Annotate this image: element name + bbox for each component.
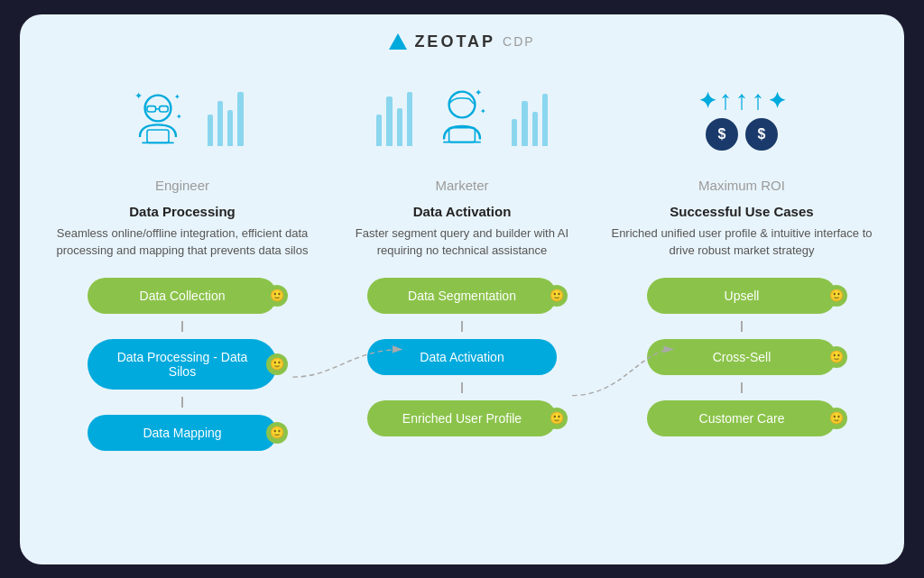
engineer-label: Engineer	[155, 178, 209, 193]
node-customer-care: Customer Care 🙂	[647, 400, 836, 436]
connector-1	[181, 321, 183, 332]
smiley-3: 🙂	[266, 422, 288, 444]
connector-3	[461, 321, 463, 332]
node-data-processing: Data Processing - Data Silos 🙂	[88, 339, 277, 390]
columns-wrapper: ✦ ✦ ✦ Engineer D	[47, 69, 877, 451]
marketer-section-desc: Faster segment query and builder with AI…	[327, 225, 597, 260]
logo-text: ZEOTAP	[414, 32, 495, 51]
column-marketer: ✦ ✦ Marketer	[327, 69, 597, 451]
svg-rect-1	[147, 106, 156, 111]
connector-2	[181, 397, 183, 408]
dollar-icon-1: $	[706, 118, 738, 151]
node-cross-sell: Cross-Sell 🙂	[647, 339, 836, 375]
node-upsell: Upsell 🙂	[647, 278, 836, 314]
connector-4	[461, 382, 463, 393]
smiley-1: 🙂	[266, 285, 288, 307]
engineer-flow: Data Collection 🙂 Data Processing - Data…	[47, 278, 318, 451]
bar-chart-icon-engineer	[208, 92, 244, 146]
roi-label: Maximum ROI	[698, 178, 785, 193]
logo-bar: ZEOTAP CDP	[47, 32, 877, 51]
roi-icon-area: ✦ ↑ ↑ ↑ ✦ $ $	[698, 69, 786, 169]
column-roi: ✦ ↑ ↑ ↑ ✦ $ $ Maximum ROI Successful Use	[606, 69, 877, 451]
node-data-collection: Data Collection 🙂	[88, 278, 277, 314]
svg-text:✦: ✦	[176, 113, 182, 121]
marketer-label: Marketer	[435, 178, 488, 193]
svg-text:✦: ✦	[134, 89, 143, 100]
dollar-icon-2: $	[745, 118, 778, 151]
engineer-icon: ✦ ✦ ✦	[122, 83, 194, 155]
smiley-7: 🙂	[826, 346, 847, 368]
marketer-icon: ✦ ✦	[426, 83, 498, 155]
smiley-8: 🙂	[826, 408, 847, 429]
svg-text:✦: ✦	[173, 92, 180, 100]
arrows-up-icon: ✦ ↑ ↑ ↑ ✦	[698, 87, 786, 114]
roi-flow: Upsell 🙂 Cross-Sell 🙂 Customer Care 🙂	[606, 278, 877, 436]
marketer-section-title: Data Activation	[413, 204, 512, 219]
connector-6	[741, 382, 743, 393]
roi-section-desc: Enriched unified user profile & intuitiv…	[606, 225, 877, 260]
node-data-mapping: Data Mapping 🙂	[88, 415, 277, 451]
logo-cdp: CDP	[503, 34, 535, 49]
smiley-2: 🙂	[266, 353, 288, 375]
column-engineer: ✦ ✦ ✦ Engineer D	[47, 69, 318, 451]
marketer-icon-area: ✦ ✦	[376, 69, 548, 169]
svg-text:✦: ✦	[475, 87, 482, 97]
smiley-4: 🙂	[546, 285, 568, 307]
engineer-section-desc: Seamless online/offline integration, eff…	[47, 225, 318, 260]
node-enriched-profile: Enriched User Profile 🙂	[367, 400, 557, 436]
svg-text:✦: ✦	[480, 106, 486, 115]
engineer-section-title: Data Processing	[129, 204, 236, 219]
bar-chart-icon-marketer-left	[376, 92, 412, 146]
engineer-icon-area: ✦ ✦ ✦	[122, 69, 244, 169]
svg-point-9	[449, 91, 476, 117]
logo-triangle-icon	[389, 33, 407, 50]
smiley-6: 🙂	[826, 285, 847, 307]
smiley-5: 🙂	[546, 408, 568, 429]
node-data-activation: Data Activation	[367, 339, 557, 375]
bar-chart-icon-marketer-right	[512, 92, 548, 146]
connector-5	[741, 321, 743, 332]
main-card: ZEOTAP CDP	[20, 14, 904, 564]
columns: ✦ ✦ ✦ Engineer D	[47, 69, 877, 451]
svg-rect-12	[449, 127, 476, 142]
roi-section-title: Successful Use Cases	[670, 204, 813, 219]
node-data-segmentation: Data Segmentation 🙂	[367, 278, 557, 314]
svg-rect-2	[159, 106, 168, 111]
marketer-flow: Data Segmentation 🙂 Data Activation Enri…	[327, 278, 597, 436]
dollar-icons: $ $	[706, 118, 778, 151]
svg-rect-7	[147, 130, 169, 142]
